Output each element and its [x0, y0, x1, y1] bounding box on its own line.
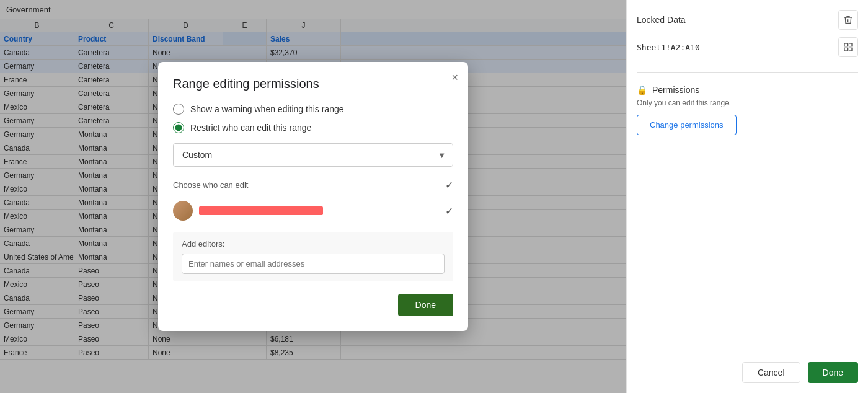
- modal-actions: Done: [173, 294, 453, 316]
- permissions-section: 🔒 Permissions Only you can edit this ran…: [637, 77, 858, 143]
- svg-rect-0: [844, 43, 848, 46]
- radio-warning-input[interactable]: [173, 104, 184, 115]
- range-row: Sheet1!A2:A10: [637, 37, 858, 57]
- add-editors-input[interactable]: [182, 254, 445, 274]
- choose-who-label: Choose who can edit: [173, 180, 248, 190]
- radio-restrict-input[interactable]: [173, 122, 184, 133]
- delete-range-button[interactable]: [838, 10, 858, 30]
- panel-cancel-button[interactable]: Cancel: [742, 362, 800, 383]
- modal-close-button[interactable]: ×: [451, 72, 458, 83]
- choose-who-section: Choose who can edit ✓ ✓: [173, 179, 453, 224]
- radio-warning-item[interactable]: Show a warning when editing this range: [173, 104, 453, 115]
- right-panel: Locked Data Sheet1!A2:A10 🔒 Permissions: [626, 0, 868, 393]
- radio-restrict-item[interactable]: Restrict who can edit this range: [173, 122, 453, 133]
- permissions-desc: Only you can edit this range.: [637, 99, 858, 107]
- svg-rect-2: [844, 48, 848, 51]
- user-info: [173, 201, 445, 221]
- change-permissions-button[interactable]: Change permissions: [637, 115, 737, 135]
- user-avatar: [173, 201, 193, 221]
- modal-title: Range editing permissions: [173, 77, 453, 91]
- add-editors-section: Add editors:: [173, 232, 453, 281]
- permission-select-wrapper: Only you Custom ▼: [173, 143, 453, 167]
- lock-icon: 🔒: [637, 85, 647, 95]
- add-editors-label: Add editors:: [182, 239, 445, 249]
- right-panel-top: Locked Data: [637, 10, 858, 30]
- modal-done-button[interactable]: Done: [398, 294, 453, 316]
- svg-rect-3: [849, 48, 852, 51]
- locked-data-label: Locked Data: [637, 15, 686, 25]
- user-row-1: ✓: [173, 197, 453, 224]
- check-icon: ✓: [445, 179, 453, 191]
- radio-group: Show a warning when editing this range R…: [173, 104, 453, 133]
- range-label: Sheet1!A2:A10: [637, 43, 700, 52]
- right-panel-actions: Cancel Done: [637, 350, 858, 383]
- user-name-redacted: [199, 206, 323, 215]
- svg-rect-1: [849, 43, 852, 46]
- radio-restrict-label: Restrict who can edit this range: [190, 123, 311, 133]
- panel-done-button[interactable]: Done: [808, 362, 858, 383]
- user-check-icon: ✓: [445, 205, 453, 217]
- permissions-title: Permissions: [652, 85, 699, 95]
- modal-overlay: Range editing permissions × Show a warni…: [0, 0, 626, 393]
- range-editing-permissions-modal: Range editing permissions × Show a warni…: [158, 62, 468, 331]
- permission-dropdown[interactable]: Only you Custom: [173, 143, 453, 167]
- select-range-button[interactable]: [838, 37, 858, 57]
- permissions-header: 🔒 Permissions: [637, 85, 858, 95]
- choose-who-header: Choose who can edit ✓: [173, 179, 453, 191]
- divider: [637, 72, 858, 73]
- radio-warning-label: Show a warning when editing this range: [190, 104, 344, 114]
